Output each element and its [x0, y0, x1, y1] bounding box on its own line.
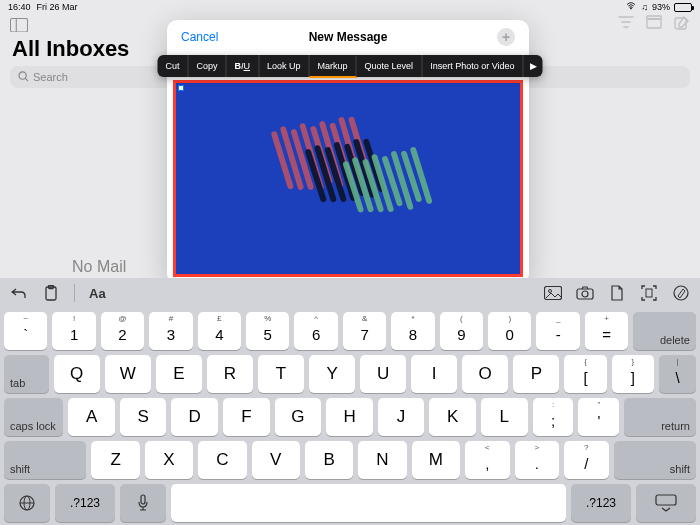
popover-lookup[interactable]: Look Up	[259, 55, 310, 77]
keyboard: Aa ~`!1@2#3£4%5^6&7*8(9)0_-+=delete tabQ…	[0, 278, 700, 525]
format-button[interactable]: Aa	[89, 286, 106, 301]
key-7[interactable]: &7	[343, 312, 386, 350]
key-M[interactable]: M	[412, 441, 460, 479]
key-Y[interactable]: Y	[309, 355, 355, 393]
camera-icon[interactable]	[576, 284, 594, 302]
filter-icon[interactable]	[618, 15, 634, 35]
key-S[interactable]: S	[120, 398, 167, 436]
key-I[interactable]: I	[411, 355, 457, 393]
key-6[interactable]: ^6	[294, 312, 337, 350]
svg-line-7	[25, 78, 28, 81]
key-quote[interactable]: "'	[578, 398, 619, 436]
popover-next-icon[interactable]: ▶	[524, 55, 543, 77]
document-icon[interactable]	[608, 284, 626, 302]
key-A[interactable]: A	[68, 398, 115, 436]
popover-markup[interactable]: Markup	[310, 56, 357, 78]
key-E[interactable]: E	[156, 355, 202, 393]
archive-icon[interactable]	[646, 15, 662, 35]
popover-cut[interactable]: Cut	[157, 55, 188, 77]
key-2[interactable]: @2	[101, 312, 144, 350]
key--[interactable]: _-	[536, 312, 579, 350]
key-Q[interactable]: Q	[54, 355, 100, 393]
search-placeholder: Search	[33, 71, 68, 83]
status-bar: 16:40 Fri 26 Mar ♫ 93%	[0, 0, 700, 14]
popover-biu[interactable]: BIU	[227, 55, 260, 77]
key-D[interactable]: D	[171, 398, 218, 436]
key-1[interactable]: !1	[52, 312, 95, 350]
key-slash[interactable]: ?/	[564, 441, 609, 479]
scan-icon[interactable]	[640, 284, 658, 302]
markup-pen-icon[interactable]	[672, 284, 690, 302]
markup-attachment[interactable]	[173, 80, 523, 277]
key-9[interactable]: (9	[440, 312, 483, 350]
undo-icon[interactable]	[10, 284, 28, 302]
key-delete[interactable]: delete	[633, 312, 696, 350]
key-8[interactable]: *8	[391, 312, 434, 350]
key-space[interactable]	[171, 484, 566, 522]
key-G[interactable]: G	[275, 398, 322, 436]
key-P[interactable]: P	[513, 355, 559, 393]
key-F[interactable]: F	[223, 398, 270, 436]
key-C[interactable]: C	[198, 441, 246, 479]
key-bracket-close[interactable]: }]	[612, 355, 654, 393]
svg-rect-4	[647, 16, 662, 19]
key-shift-right[interactable]: shift	[614, 441, 696, 479]
key-symbols-left[interactable]: .?123	[55, 484, 115, 522]
key-Z[interactable]: Z	[91, 441, 139, 479]
key-0[interactable]: )0	[488, 312, 531, 350]
key-return[interactable]: return	[624, 398, 696, 436]
compose-icon[interactable]	[674, 15, 690, 35]
key-V[interactable]: V	[252, 441, 300, 479]
popover-quote[interactable]: Quote Level	[357, 55, 423, 77]
key-K[interactable]: K	[429, 398, 476, 436]
popover-copy[interactable]: Copy	[189, 55, 227, 77]
empty-state-label: No Mail	[72, 258, 126, 276]
key-tab[interactable]: tab	[4, 355, 49, 393]
svg-rect-44	[656, 495, 676, 505]
key-semicolon[interactable]: :;	[533, 398, 574, 436]
key-period[interactable]: >.	[515, 441, 560, 479]
markup-drawing	[176, 83, 520, 274]
key-R[interactable]: R	[207, 355, 253, 393]
key-hide-keyboard[interactable]	[636, 484, 696, 522]
key-U[interactable]: U	[360, 355, 406, 393]
svg-rect-38	[646, 289, 652, 297]
key-backslash[interactable]: |\	[659, 355, 696, 393]
svg-point-37	[582, 291, 588, 297]
key-=[interactable]: +=	[585, 312, 628, 350]
key-bracket-open[interactable]: {[	[564, 355, 606, 393]
wifi-icon	[625, 2, 637, 12]
key-N[interactable]: N	[358, 441, 406, 479]
key-comma[interactable]: <,	[465, 441, 510, 479]
key-L[interactable]: L	[481, 398, 528, 436]
key-W[interactable]: W	[105, 355, 151, 393]
key-O[interactable]: O	[462, 355, 508, 393]
key-X[interactable]: X	[145, 441, 193, 479]
popover-insert[interactable]: Insert Photo or Video	[422, 55, 523, 77]
page-title: All Inboxes	[12, 36, 129, 62]
key-globe[interactable]	[4, 484, 50, 522]
svg-rect-3	[647, 19, 661, 28]
key-capslock[interactable]: caps lock	[4, 398, 63, 436]
key-J[interactable]: J	[378, 398, 425, 436]
photos-icon[interactable]	[544, 284, 562, 302]
key-`[interactable]: ~`	[4, 312, 47, 350]
compose-body[interactable]	[167, 54, 529, 283]
svg-point-35	[549, 290, 552, 293]
cancel-button[interactable]: Cancel	[181, 30, 218, 44]
key-row-2: tabQWERTYUIOP{[}]|\	[4, 355, 696, 393]
key-3[interactable]: #3	[149, 312, 192, 350]
key-H[interactable]: H	[326, 398, 373, 436]
key-shift-left[interactable]: shift	[4, 441, 86, 479]
key-symbols-right[interactable]: .?123	[571, 484, 631, 522]
selection-handle[interactable]	[178, 85, 184, 91]
key-T[interactable]: T	[258, 355, 304, 393]
key-4[interactable]: £4	[198, 312, 241, 350]
sidebar-toggle-icon[interactable]	[10, 18, 28, 32]
key-mic[interactable]	[120, 484, 166, 522]
clipboard-icon[interactable]	[42, 284, 60, 302]
add-recipient-button[interactable]: +	[497, 28, 515, 46]
key-5[interactable]: %5	[246, 312, 289, 350]
divider	[74, 284, 75, 302]
key-B[interactable]: B	[305, 441, 353, 479]
